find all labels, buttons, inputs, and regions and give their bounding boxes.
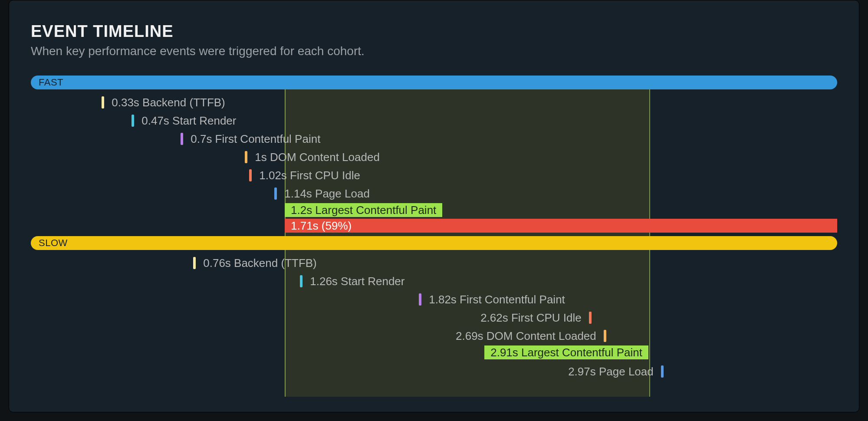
metric-label: 1.26s Start Render — [310, 275, 404, 288]
cohort-bar-fast-label: FAST — [39, 77, 63, 88]
tick-icon — [102, 96, 104, 109]
metric-label: 1.82s First Contentful Paint — [429, 293, 565, 306]
tick-icon — [604, 330, 606, 342]
tick-icon — [249, 169, 252, 181]
metric-label: 2.97s Page Load — [568, 365, 654, 378]
metric-label: 0.47s Start Render — [141, 114, 236, 127]
fast-fcp-row: 0.7s First Contentful Paint — [181, 132, 320, 144]
panel-subtitle: When key performance events were trigger… — [31, 44, 837, 58]
fast-start-render-row: 0.47s Start Render — [132, 114, 236, 126]
fast-dcl-row: 1s DOM Content Loaded — [245, 150, 380, 162]
slow-fcp-row: 1.82s First Contentful Paint — [419, 293, 565, 305]
lcp-diff-pill: 1.71s (59%) — [285, 219, 837, 233]
metric-label: 2.69s DOM Content Loaded — [456, 329, 596, 342]
metric-label: 0.33s Backend (TTFB) — [112, 96, 225, 109]
fast-ttfb-row: 0.33s Backend (TTFB) — [102, 95, 225, 108]
tick-icon — [589, 312, 592, 324]
metric-label: 0.76s Backend (TTFB) — [203, 257, 317, 270]
slow-dcl-row: 2.69s DOM Content Loaded — [434, 329, 606, 341]
tick-icon — [193, 257, 196, 269]
metric-label: 0.7s First Contentful Paint — [191, 132, 320, 145]
slow-page-load-row: 2.97s Page Load — [552, 365, 664, 377]
metric-label: 2.62s First CPU Idle — [480, 311, 582, 324]
metric-label: 1s DOM Content Loaded — [255, 151, 380, 164]
slow-lcp-pill: 2.91s Largest Contentful Paint — [484, 345, 648, 359]
metric-label: 2.91s Largest Contentful Paint — [490, 346, 642, 359]
cohort-bar-slow-label: SLOW — [39, 237, 68, 248]
slow-start-render-row: 1.26s Start Render — [300, 274, 404, 286]
event-timeline-panel: EVENT TIMELINE When key performance even… — [9, 0, 859, 412]
tick-icon — [661, 365, 664, 378]
tick-icon — [181, 133, 183, 145]
tick-icon — [132, 115, 134, 127]
slow-ttfb-row: 0.76s Backend (TTFB) — [193, 256, 317, 268]
fast-page-load-row: 1.14s Page Load — [274, 187, 370, 199]
metric-label: 1.14s Page Load — [284, 187, 370, 200]
tick-icon — [245, 151, 247, 163]
tick-icon — [419, 293, 421, 306]
tick-icon — [274, 187, 277, 200]
fast-cpu-idle-row: 1.02s First CPU Idle — [249, 168, 360, 181]
cohort-bar-slow: SLOW — [31, 236, 837, 250]
slow-cpu-idle-row: 2.62s First CPU Idle — [466, 311, 592, 323]
tick-icon — [300, 275, 302, 287]
timeline-chart: FAST 0.33s Backend (TTFB) 0.47s Start Re… — [31, 76, 837, 397]
metric-label: 1.2s Largest Contentful Paint — [291, 204, 436, 217]
metric-label: 1.71s (59%) — [291, 219, 352, 232]
metric-label: 1.02s First CPU Idle — [259, 169, 360, 182]
panel-title: EVENT TIMELINE — [31, 22, 837, 41]
fast-lcp-pill: 1.2s Largest Contentful Paint — [285, 203, 442, 217]
cohort-bar-fast: FAST — [31, 76, 837, 89]
